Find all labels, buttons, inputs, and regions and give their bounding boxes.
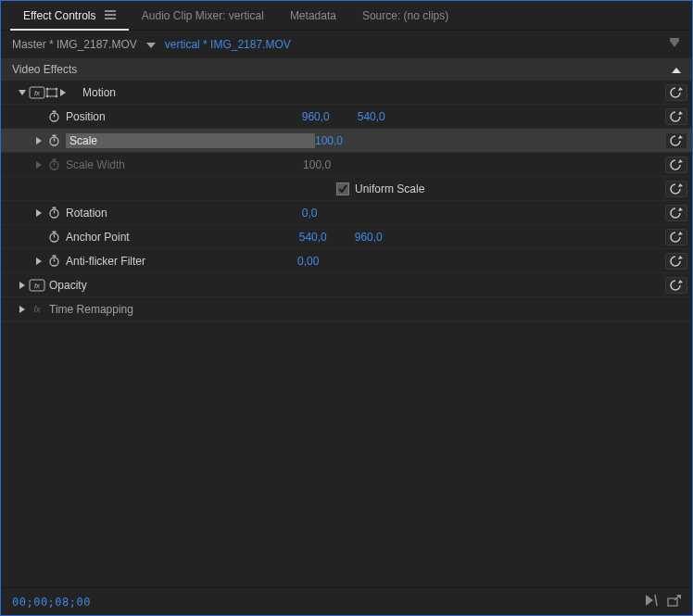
export-icon[interactable] — [668, 595, 681, 609]
effect-opacity[interactable]: fx Opacity — [1, 273, 692, 297]
svg-rect-35 — [52, 207, 56, 209]
effect-motion[interactable]: fx Motion — [1, 81, 692, 105]
svg-text:fx: fx — [34, 282, 41, 290]
svg-text:fx: fx — [34, 89, 41, 97]
svg-rect-39 — [52, 232, 56, 233]
vertical-scrollbar[interactable] — [685, 322, 690, 587]
property-uniform-scale[interactable]: Uniform Scale — [1, 177, 692, 201]
chevron-down-icon[interactable] — [16, 90, 29, 95]
checkbox-uniform-scale[interactable]: Uniform Scale — [336, 182, 424, 195]
reset-button[interactable] — [665, 253, 687, 270]
property-scale-width: Scale Width 100,0 — [1, 153, 692, 177]
effect-label: Time Remapping — [49, 303, 133, 316]
value-y[interactable]: 540,0 — [358, 110, 385, 123]
svg-marker-4 — [670, 41, 679, 47]
reset-button[interactable] — [665, 181, 687, 197]
reset-button[interactable] — [665, 157, 687, 173]
timeline-playhead-icon[interactable] — [670, 38, 679, 52]
chevron-right-icon[interactable] — [32, 258, 45, 265]
svg-marker-50 — [19, 306, 25, 313]
hamburger-icon[interactable] — [105, 9, 116, 22]
transform-icon[interactable] — [45, 87, 58, 98]
value[interactable]: 0,00 — [297, 255, 319, 268]
sequence-clip-label[interactable]: vertical * IMG_2187.MOV — [165, 38, 291, 51]
tab-effect-controls[interactable]: Effect Controls — [10, 2, 129, 31]
property-values: 100,0 — [303, 158, 331, 171]
svg-marker-26 — [36, 161, 42, 169]
effect-time-remapping[interactable]: fx Time Remapping — [1, 297, 692, 321]
chevron-right-icon[interactable] — [32, 209, 45, 217]
chevron-right-icon[interactable] — [16, 306, 29, 313]
tab-audio-mixer[interactable]: Audio Clip Mixer: vertical — [129, 2, 277, 29]
property-label: Anti-flicker Filter — [66, 255, 145, 268]
reset-button[interactable] — [665, 132, 687, 149]
play-icon — [60, 89, 66, 96]
tab-label: Effect Controls — [23, 9, 95, 22]
svg-marker-46 — [19, 282, 25, 289]
stopwatch-icon[interactable] — [45, 207, 62, 219]
reset-button[interactable] — [665, 205, 687, 221]
stopwatch-icon[interactable] — [45, 134, 62, 146]
svg-point-13 — [46, 94, 48, 96]
tab-source[interactable]: Source: (no clips) — [349, 2, 461, 29]
svg-marker-16 — [678, 87, 683, 91]
property-antiflicker[interactable]: Anti-flicker Filter 0,00 — [1, 249, 692, 273]
effect-label: Opacity — [49, 279, 87, 292]
svg-marker-40 — [678, 232, 683, 235]
chevron-right-icon[interactable] — [16, 282, 29, 289]
tab-metadata[interactable]: Metadata — [277, 2, 349, 29]
video-effects-header[interactable]: Video Effects — [1, 58, 692, 81]
reset-button[interactable] — [665, 229, 687, 245]
fx-badge-icon[interactable]: fx — [29, 86, 45, 99]
svg-point-12 — [56, 87, 57, 89]
reset-button[interactable] — [665, 84, 687, 101]
play-icon[interactable] — [646, 595, 659, 609]
reset-button[interactable] — [665, 108, 687, 125]
svg-marker-25 — [678, 135, 683, 139]
svg-marker-49 — [678, 280, 683, 283]
clip-header: Master * IMG_2187.MOV vertical * IMG_218… — [1, 31, 692, 58]
property-label: Scale — [66, 133, 315, 148]
svg-marker-31 — [678, 183, 683, 187]
property-anchor-point[interactable]: ▸ Anchor Point 540,0 960,0 — [1, 225, 692, 249]
section-title: Video Effects — [12, 63, 77, 76]
collapse-arrow-icon[interactable] — [672, 65, 681, 75]
svg-point-14 — [56, 94, 57, 96]
property-rotation[interactable]: Rotation 0,0 — [1, 201, 692, 225]
fx-badge-icon: fx — [29, 303, 45, 316]
svg-rect-29 — [52, 159, 56, 161]
svg-line-53 — [655, 595, 657, 606]
property-values: 960,0 540,0 — [302, 110, 385, 123]
stopwatch-icon — [45, 158, 62, 170]
stopwatch-icon[interactable] — [45, 255, 62, 267]
chevron-down-icon[interactable] — [146, 38, 156, 51]
property-label: Scale Width — [66, 158, 125, 171]
timecode-display[interactable]: 00;00;08;00 — [12, 596, 91, 609]
property-values: 0,00 — [297, 255, 319, 268]
svg-rect-10 — [47, 89, 57, 96]
property-scale[interactable]: Scale 100,0 — [1, 129, 692, 153]
value[interactable]: 0,0 — [302, 207, 318, 220]
reset-button[interactable] — [665, 277, 687, 294]
svg-marker-30 — [678, 159, 683, 163]
tab-label: Metadata — [290, 9, 336, 22]
value[interactable]: 100,0 — [315, 134, 343, 147]
property-label: Rotation — [66, 207, 107, 220]
chevron-right-icon — [32, 161, 45, 169]
master-clip-label[interactable]: Master * IMG_2187.MOV — [12, 38, 137, 51]
fx-badge-icon[interactable]: fx — [29, 279, 45, 292]
value-x[interactable]: 960,0 — [302, 110, 330, 123]
stopwatch-icon[interactable] — [45, 110, 62, 122]
tab-label: Audio Clip Mixer: vertical — [142, 9, 264, 22]
value-y[interactable]: 960,0 — [355, 231, 383, 244]
tab-label: Source: (no clips) — [362, 9, 448, 22]
svg-rect-44 — [52, 256, 56, 258]
footer-icons — [646, 595, 681, 609]
stopwatch-icon[interactable] — [45, 231, 62, 243]
checkbox-icon[interactable] — [336, 182, 349, 195]
svg-marker-21 — [36, 137, 42, 145]
svg-marker-15 — [60, 89, 66, 96]
property-position[interactable]: ▸ Position 960,0 540,0 — [1, 105, 692, 129]
chevron-right-icon[interactable] — [32, 137, 45, 145]
value-x[interactable]: 540,0 — [299, 231, 327, 244]
